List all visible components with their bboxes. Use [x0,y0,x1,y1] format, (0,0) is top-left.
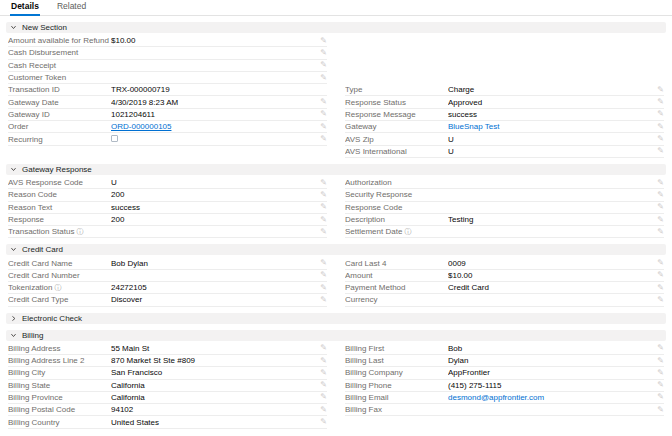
edit-pencil-icon[interactable]: ✎ [317,74,327,82]
edit-pencil-icon[interactable]: ✎ [654,147,664,155]
edit-pencil-icon[interactable]: ✎ [654,296,664,304]
field-row: Recurring✎ [8,133,327,145]
section-header-credit-card[interactable]: Credit Card [6,244,666,255]
edit-pencil-icon[interactable]: ✎ [654,110,664,118]
edit-pencil-icon[interactable]: ✎ [654,123,664,131]
edit-pencil-icon[interactable]: ✎ [654,203,664,211]
field-value: 0009 [448,259,654,268]
field-value: Credit Card [448,283,654,292]
field-label: Billing Fax [345,405,382,414]
gateway-link[interactable]: BlueSnap Test [448,122,654,131]
edit-pencil-icon[interactable]: ✎ [317,296,327,304]
field-label: Billing Province [8,393,63,402]
field-label: Security Response [345,190,412,199]
info-icon[interactable]: ⓘ [54,284,61,291]
edit-pencil-icon[interactable]: ✎ [317,123,327,131]
field-value: Dylan [448,356,654,365]
edit-pencil-icon[interactable]: ✎ [654,271,664,279]
order-link[interactable]: ORD-000000105 [111,122,317,131]
field-label: AVS Response Code [8,178,83,187]
field-row: Billing FirstBob✎ [345,343,664,355]
edit-pencil-icon[interactable]: ✎ [654,86,664,94]
tab-details[interactable]: Details [10,0,40,15]
field-row: Billing Emaildesmond@appfrontier.com✎ [345,392,664,404]
edit-pencil-icon[interactable]: ✎ [317,259,327,267]
fields-right-column: Card Last 40009✎ Amount$10.00✎ Payment M… [345,257,664,306]
edit-pencil-icon[interactable]: ✎ [654,98,664,106]
edit-pencil-icon[interactable]: ✎ [654,228,664,236]
field-row: DescriptionTesting✎ [345,214,664,226]
field-label: AVS Zip [345,135,374,144]
edit-pencil-icon[interactable]: ✎ [317,135,327,143]
edit-pencil-icon[interactable]: ✎ [654,357,664,365]
field-value: success [448,110,654,119]
edit-pencil-icon[interactable]: ✎ [654,393,664,401]
field-value: 200 [111,190,317,199]
field-label: Reason Text [8,203,52,212]
section-header-billing[interactable]: Billing [6,330,666,341]
edit-pencil-icon[interactable]: ✎ [317,191,327,199]
edit-pencil-icon[interactable]: ✎ [317,271,327,279]
field-value: 1021204611 [111,110,317,119]
field-label: Billing Postal Code [8,405,75,414]
billing-email-link[interactable]: desmond@appfrontier.com [448,393,654,402]
edit-pencil-icon[interactable]: ✎ [317,228,327,236]
edit-pencil-icon[interactable]: ✎ [317,98,327,106]
section-header-electronic-check[interactable]: Electronic Check [6,313,666,324]
field-value: $10.00 [448,271,654,280]
field-value: California [111,393,317,402]
edit-pencil-icon[interactable]: ✎ [317,393,327,401]
fields-right-column: Authorization✎ Security Response✎ Respon… [345,177,664,238]
recurring-checkbox[interactable] [111,135,118,142]
field-row: Credit Card TypeDiscover✎ [8,294,327,306]
edit-pencil-icon[interactable]: ✎ [317,37,327,45]
info-icon[interactable]: ⓘ [76,228,83,235]
edit-pencil-icon[interactable]: ✎ [654,216,664,224]
field-row: AVS Response CodeU✎ [8,177,327,189]
edit-pencil-icon[interactable]: ✎ [317,216,327,224]
edit-pencil-icon[interactable]: ✎ [317,344,327,352]
edit-pencil-icon[interactable]: ✎ [654,284,664,292]
chevron-down-icon [10,166,17,173]
edit-pencil-icon[interactable]: ✎ [654,135,664,143]
field-value: success [111,203,317,212]
field-label: Authorization [345,178,392,187]
edit-pencil-icon[interactable]: ✎ [654,406,664,414]
edit-pencil-icon[interactable]: ✎ [654,191,664,199]
edit-pencil-icon[interactable]: ✎ [654,179,664,187]
edit-pencil-icon[interactable]: ✎ [317,110,327,118]
field-value: 4/30/2019 8:23 AM [111,98,317,107]
section-header-gateway-response[interactable]: Gateway Response [6,164,666,175]
edit-pencil-icon[interactable]: ✎ [317,203,327,211]
edit-pencil-icon[interactable]: ✎ [317,369,327,377]
edit-pencil-icon[interactable]: ✎ [317,49,327,57]
field-label: Billing Last [345,356,384,365]
edit-pencil-icon[interactable]: ✎ [317,418,327,426]
section-header-new-section[interactable]: New Section [6,22,666,33]
field-row: Billing CountryUnited States✎ [8,416,327,428]
edit-pencil-icon[interactable]: ✎ [317,284,327,292]
field-label: Gateway ID [8,110,50,119]
edit-pencil-icon[interactable]: ✎ [654,259,664,267]
edit-pencil-icon[interactable]: ✎ [317,406,327,414]
fields-left-column: Billing Address55 Main St✎ Billing Addre… [8,343,327,429]
edit-pencil-icon[interactable]: ✎ [317,357,327,365]
field-label: Payment Method [345,283,405,292]
field-row: Amount$10.00✎ [345,270,664,282]
field-value: 55 Main St [111,344,317,353]
field-value [111,135,317,144]
field-row: Credit Card Number✎ [8,270,327,282]
edit-pencil-icon[interactable]: ✎ [654,369,664,377]
field-label: Billing State [8,381,50,390]
field-label: Customer Token [8,73,66,82]
tab-related[interactable]: Related [56,0,87,15]
fields-left-column: Amount available for Refund$10.00✎ Cash … [8,35,327,158]
edit-pencil-icon[interactable]: ✎ [317,381,327,389]
field-row: GatewayBlueSnap Test✎ [345,121,664,133]
edit-pencil-icon[interactable]: ✎ [317,179,327,187]
edit-pencil-icon[interactable]: ✎ [654,381,664,389]
section-title: Credit Card [22,245,63,254]
info-icon[interactable]: ⓘ [404,228,411,235]
edit-pencil-icon[interactable]: ✎ [654,344,664,352]
edit-pencil-icon[interactable]: ✎ [317,61,327,69]
